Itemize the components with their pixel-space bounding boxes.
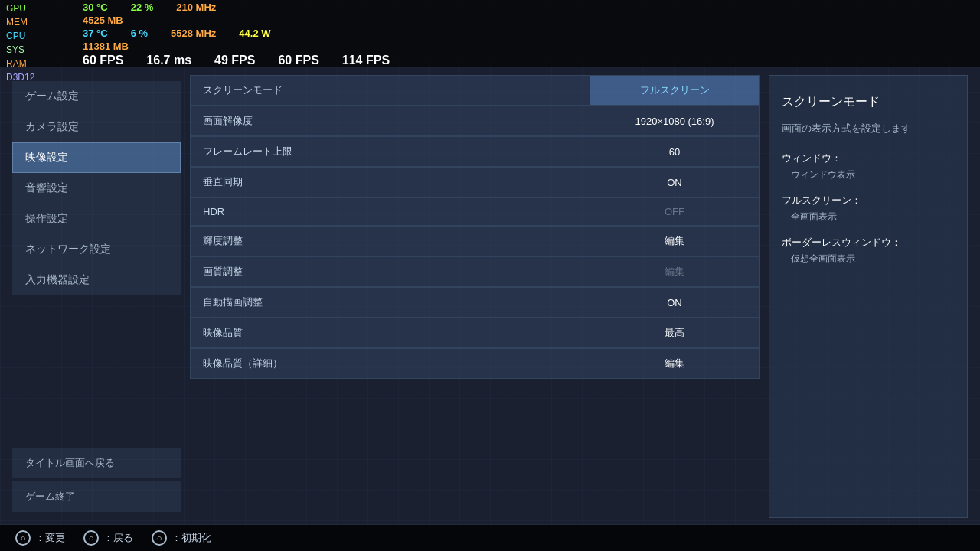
settings-row[interactable]: 映像品質（詳細）編集 — [190, 348, 760, 379]
fps4: 114 FPS — [342, 54, 390, 67]
bottom-hint-label: ：戻る — [103, 531, 133, 545]
info-panel: スクリーンモード 画面の表示方式を設定します ウィンドウ：ウィンドウ表示フルスク… — [769, 75, 968, 518]
settings-row-label: 画面解像度 — [191, 106, 590, 135]
settings-row[interactable]: 画質調整編集 — [190, 256, 760, 287]
sidebar-spacer — [12, 298, 181, 439]
settings-row-value: ON — [590, 289, 759, 316]
gpu-temp: 30 °C — [83, 2, 108, 13]
d3d-label: D3D12 — [6, 70, 67, 84]
settings-row-value: 編集 — [590, 227, 759, 256]
bottom-hint: ○：初期化 — [152, 530, 211, 546]
sidebar-bottom: タイトル画面へ戻る ゲーム終了 — [12, 448, 181, 512]
cpu-temp: 37 °C — [83, 28, 108, 39]
settings-row-label: スクリーンモード — [191, 76, 590, 105]
mem-usage: 4525 MB — [83, 15, 123, 26]
bottom-bar: ○：変更○：戻る○：初期化 — [0, 524, 980, 551]
info-section: ウィンドウ：ウィンドウ表示 — [782, 149, 955, 184]
controller-button-icon: ○ — [15, 530, 31, 546]
sidebar-item-camera[interactable]: カメラ設定 — [12, 112, 181, 142]
bottom-hint-label: ：初期化 — [172, 531, 211, 545]
hud-metrics: 30 °C 22 % 210 MHz 4525 MB 37 °C 6 % 552… — [83, 2, 974, 67]
settings-row-label: 輝度調整 — [191, 227, 590, 256]
hud-labels: GPU MEM CPU SYS RAM D3D12 — [6, 2, 67, 84]
gpu-usage: 22 % — [131, 2, 154, 13]
sidebar-item-video[interactable]: 映像設定 — [12, 142, 181, 173]
gpu-label: GPU — [6, 2, 67, 15]
settings-row-label: 自動描画調整 — [191, 288, 590, 317]
info-section-label: フルスクリーン： — [782, 191, 955, 209]
hud-overlay: GPU MEM CPU SYS RAM D3D12 30 °C 22 % 210… — [0, 0, 980, 67]
ram-usage: 11381 MB — [83, 41, 129, 52]
sidebar-menu: ゲーム設定カメラ設定映像設定音響設定操作設定ネットワーク設定入力機器設定 — [12, 81, 181, 295]
settings-row[interactable]: HDROFF — [190, 197, 760, 226]
gpu-clock: 210 MHz — [176, 2, 216, 13]
settings-row[interactable]: 垂直同期ON — [190, 167, 760, 197]
cpu-clock: 5528 MHz — [171, 28, 216, 39]
settings-row[interactable]: 自動描画調整ON — [190, 287, 760, 318]
bottom-hint-label: ：変更 — [35, 531, 65, 545]
settings-row-value: 60 — [590, 139, 759, 165]
sidebar: ゲーム設定カメラ設定映像設定音響設定操作設定ネットワーク設定入力機器設定 タイト… — [12, 75, 181, 518]
cpu-label: CPU — [6, 29, 67, 43]
settings-row-label: HDR — [191, 198, 590, 225]
info-section: フルスクリーン：全画面表示 — [782, 191, 955, 226]
info-section-label: ボーダーレスウィンドウ： — [782, 233, 955, 251]
info-section: ボーダーレスウィンドウ：仮想全画面表示 — [782, 233, 955, 268]
sidebar-item-input[interactable]: 入力機器設定 — [12, 265, 181, 295]
hud-row-gpu: 30 °C 22 % 210 MHz — [83, 2, 974, 13]
settings-row[interactable]: フレームレート上限60 — [190, 136, 760, 167]
settings-panel: スクリーンモードフルスクリーン画面解像度1920×1080 (16:9)フレーム… — [190, 75, 760, 518]
hud-row-cpu: 37 °C 6 % 5528 MHz 44.2 W — [83, 28, 974, 39]
bottom-hint: ○：変更 — [15, 530, 65, 546]
sidebar-item-audio[interactable]: 音響設定 — [12, 173, 181, 204]
settings-row-label: 画質調整 — [191, 257, 590, 286]
sidebar-item-network[interactable]: ネットワーク設定 — [12, 234, 181, 265]
settings-row[interactable]: 輝度調整編集 — [190, 226, 760, 256]
ms: 16.7 ms — [146, 54, 191, 67]
quit-game-button[interactable]: ゲーム終了 — [12, 481, 181, 512]
sidebar-item-controls[interactable]: 操作設定 — [12, 204, 181, 234]
settings-row-value: OFF — [590, 198, 759, 225]
info-title: スクリーンモード — [782, 91, 955, 113]
hud-row-ram: 11381 MB — [83, 41, 974, 52]
settings-row-label: フレームレート上限 — [191, 137, 590, 166]
info-section-label: ウィンドウ： — [782, 149, 955, 167]
cpu-usage: 6 % — [131, 28, 148, 39]
fps1: 60 FPS — [83, 54, 123, 67]
back-to-title-button[interactable]: タイトル画面へ戻る — [12, 448, 181, 478]
settings-row-value: 1920×1080 (16:9) — [590, 108, 759, 135]
settings-row-value: 編集 — [590, 349, 759, 378]
info-section-detail: ウィンドウ表示 — [791, 167, 955, 184]
sidebar-item-game[interactable]: ゲーム設定 — [12, 81, 181, 112]
settings-rows: スクリーンモードフルスクリーン画面解像度1920×1080 (16:9)フレーム… — [190, 75, 760, 379]
info-section-detail: 仮想全画面表示 — [791, 251, 955, 268]
main-content: ゲーム設定カメラ設定映像設定音響設定操作設定ネットワーク設定入力機器設定 タイト… — [0, 69, 980, 524]
fps2: 49 FPS — [214, 54, 255, 67]
settings-row-value: ON — [590, 169, 759, 196]
settings-row-value: 編集 — [590, 257, 759, 286]
controller-button-icon: ○ — [152, 530, 167, 546]
ram-label: RAM — [6, 57, 67, 70]
bottom-hint: ○：戻る — [83, 530, 133, 546]
bottom-hints: ○：変更○：戻る○：初期化 — [15, 530, 211, 546]
sys-label: SYS — [6, 43, 67, 57]
settings-row-label: 垂直同期 — [191, 168, 590, 197]
settings-row-label: 映像品質 — [191, 318, 590, 347]
info-sections: ウィンドウ：ウィンドウ表示フルスクリーン：全画面表示ボーダーレスウィンドウ：仮想… — [782, 149, 955, 268]
info-section-detail: 全画面表示 — [791, 209, 955, 226]
settings-row[interactable]: 映像品質最高 — [190, 318, 760, 348]
hud-row-fps: 60 FPS 16.7 ms 49 FPS 60 FPS 114 FPS — [83, 54, 974, 67]
settings-row-value: フルスクリーン — [590, 76, 759, 105]
fps3: 60 FPS — [278, 54, 318, 67]
settings-row[interactable]: 画面解像度1920×1080 (16:9) — [190, 106, 760, 136]
info-description: 画面の表示方式を設定します — [782, 121, 955, 137]
hud-row-mem: 4525 MB — [83, 15, 974, 26]
settings-row-label: 映像品質（詳細） — [191, 349, 590, 378]
settings-row-value: 最高 — [590, 318, 759, 347]
mem-label: MEM — [6, 15, 67, 29]
settings-row[interactable]: スクリーンモードフルスクリーン — [190, 75, 760, 106]
cpu-power: 44.2 W — [239, 28, 270, 39]
controller-button-icon: ○ — [83, 530, 99, 546]
